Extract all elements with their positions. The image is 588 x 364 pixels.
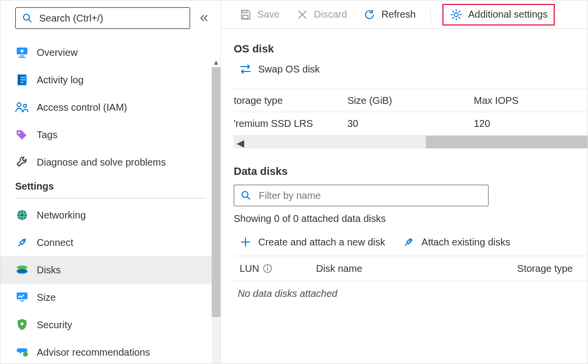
svg-point-0 xyxy=(24,14,29,20)
col-lun: LUN xyxy=(240,263,272,274)
svg-rect-24 xyxy=(243,10,247,13)
monitor-icon xyxy=(15,46,29,59)
svg-line-32 xyxy=(459,17,460,19)
svg-rect-25 xyxy=(243,15,248,19)
data-disks-header-row: LUN Disk name Storage type xyxy=(234,256,588,281)
col-storage-type: torage type xyxy=(234,95,347,106)
info-icon[interactable] xyxy=(263,264,272,273)
svg-point-13 xyxy=(18,132,20,134)
attach-existing-disks-button[interactable]: Attach existing disks xyxy=(402,235,510,249)
save-label: Save xyxy=(257,9,280,20)
swap-os-disk-label: Swap OS disk xyxy=(258,64,320,75)
svg-point-12 xyxy=(24,104,26,107)
svg-rect-4 xyxy=(19,57,25,58)
sidebar-item-label: Diagnose and solve problems xyxy=(37,157,166,168)
swap-os-disk-button[interactable]: Swap OS disk xyxy=(239,62,320,76)
sidebar-scroll: Overview Activity log Access control (IA… xyxy=(0,36,220,364)
cell-max-iops: 120 xyxy=(474,118,572,129)
app-root: Overview Activity log Access control (IA… xyxy=(0,0,588,364)
advisor-icon xyxy=(15,345,29,359)
sidebar-nav: Overview Activity log Access control (IA… xyxy=(0,36,220,364)
sidebar-item-diagnose[interactable]: Diagnose and solve problems xyxy=(0,148,220,176)
cell-storage-type: 'remium SSD LRS xyxy=(234,118,347,129)
data-disks-heading: Data disks xyxy=(234,165,588,178)
discard-label: Discard xyxy=(314,9,347,20)
col-storage-type2: Storage type xyxy=(517,263,573,274)
svg-rect-39 xyxy=(267,266,268,267)
attach-plug-icon xyxy=(402,235,416,249)
svg-rect-38 xyxy=(267,268,268,270)
col-lun-label: LUN xyxy=(240,263,259,274)
svg-point-35 xyxy=(242,192,248,197)
disks-icon xyxy=(15,263,29,277)
svg-rect-8 xyxy=(21,77,25,78)
sidebar-item-label: Disks xyxy=(37,265,61,276)
no-data-disks-message: No data disks attached xyxy=(238,288,588,299)
save-button[interactable]: Save xyxy=(236,5,283,24)
search-input[interactable] xyxy=(38,12,185,24)
discard-button[interactable]: Discard xyxy=(293,5,350,24)
svg-rect-3 xyxy=(20,55,24,56)
svg-rect-9 xyxy=(21,79,25,80)
svg-rect-20 xyxy=(17,292,27,299)
sidebar-item-activity-log[interactable]: Activity log xyxy=(0,66,220,94)
sidebar-item-advisor[interactable]: Advisor recommendations xyxy=(0,339,220,364)
additional-settings-button[interactable]: Additional settings xyxy=(442,4,554,25)
svg-point-19 xyxy=(17,269,27,273)
sidebar-group-settings: Settings xyxy=(0,176,220,195)
close-icon xyxy=(295,8,309,22)
svg-line-36 xyxy=(247,197,250,199)
filter-input[interactable] xyxy=(258,190,483,202)
sidebar-item-access-control[interactable]: Access control (IAM) xyxy=(0,94,220,121)
collapse-sidebar-button[interactable] xyxy=(197,11,212,25)
create-attach-disk-label: Create and attach a new disk xyxy=(258,237,385,248)
globe-icon xyxy=(15,208,29,222)
svg-line-31 xyxy=(452,11,454,12)
hscroll-thumb[interactable] xyxy=(426,136,588,148)
sidebar-scrollbar[interactable]: ▲ xyxy=(212,67,220,364)
svg-rect-21 xyxy=(20,300,24,301)
svg-line-34 xyxy=(459,11,460,12)
refresh-label: Refresh xyxy=(381,9,416,20)
sidebar-item-label: Size xyxy=(37,292,56,303)
sidebar-item-overview[interactable]: Overview xyxy=(0,39,220,66)
sidebar-item-label: Access control (IAM) xyxy=(37,102,127,113)
svg-point-14 xyxy=(17,210,27,220)
search-icon xyxy=(21,11,34,25)
sidebar-item-size[interactable]: Size xyxy=(0,284,220,311)
create-attach-disk-button[interactable]: Create and attach a new disk xyxy=(239,235,385,249)
sidebar: Overview Activity log Access control (IA… xyxy=(0,0,221,364)
content-area: OS disk Swap OS disk torage type Size (G… xyxy=(221,29,588,364)
filter-box[interactable] xyxy=(234,185,489,206)
os-disk-hscrollbar[interactable]: ◀ xyxy=(234,136,588,148)
refresh-icon xyxy=(363,8,376,22)
wrench-icon xyxy=(15,155,29,169)
col-disk-name: Disk name xyxy=(316,263,362,274)
search-box[interactable] xyxy=(15,7,190,29)
sidebar-item-label: Activity log xyxy=(37,74,84,86)
sidebar-item-networking[interactable]: Networking xyxy=(0,201,220,229)
plus-icon xyxy=(239,235,252,249)
sidebar-item-security[interactable]: Security xyxy=(0,311,220,339)
tags-icon xyxy=(15,128,29,142)
sidebar-item-connect[interactable]: Connect xyxy=(0,229,220,256)
log-icon xyxy=(15,73,29,87)
os-disk-header-row: torage type Size (GiB) Max IOPS xyxy=(234,89,588,112)
sidebar-item-label: Connect xyxy=(37,237,74,248)
scrollbar-thumb[interactable] xyxy=(212,67,220,317)
data-disks-status: Showing 0 of 0 attached data disks xyxy=(234,213,588,224)
sidebar-item-tags[interactable]: Tags xyxy=(0,121,220,148)
refresh-button[interactable]: Refresh xyxy=(360,5,418,24)
scroll-left-arrow-icon: ◀ xyxy=(237,137,244,149)
sidebar-item-disks[interactable]: Disks xyxy=(0,256,220,284)
toolbar: Save Discard Refresh Additional settings xyxy=(221,0,588,29)
shield-icon xyxy=(15,318,29,332)
os-disk-data-row[interactable]: 'remium SSD LRS 30 120 xyxy=(234,112,588,136)
svg-point-23 xyxy=(23,352,28,357)
save-icon xyxy=(239,8,252,22)
col-size: Size (GiB) xyxy=(347,95,474,106)
svg-rect-7 xyxy=(18,74,20,85)
os-disk-heading: OS disk xyxy=(234,43,588,55)
gear-icon xyxy=(449,8,463,22)
sidebar-item-label: Overview xyxy=(37,47,77,58)
